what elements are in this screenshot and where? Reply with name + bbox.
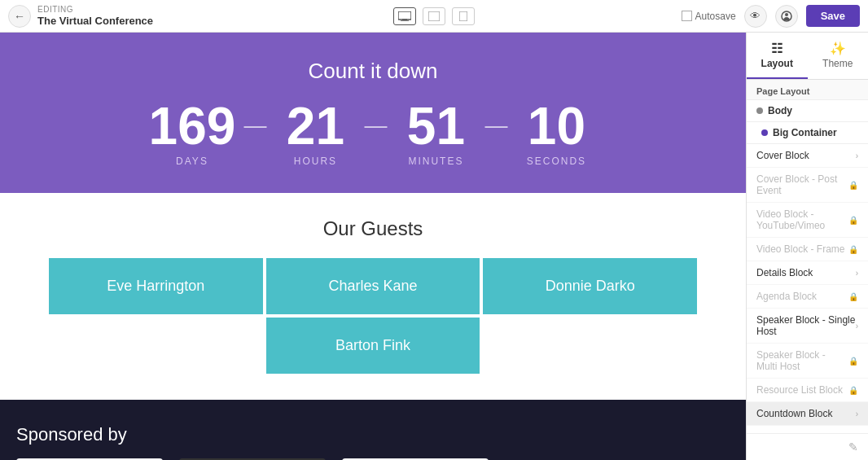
panel-item-resource-list: Resource List Block 🔒 (747, 379, 868, 402)
big-container-section: Big Container (747, 122, 868, 144)
chevron-right-icon: › (856, 269, 858, 278)
days-label: DAYS (149, 156, 236, 167)
topbar-right: Autosave 👁 Save (475, 5, 860, 28)
lock-icon: 🔒 (848, 357, 858, 366)
preview-button[interactable]: 👁 (744, 5, 767, 28)
days-value: 169 (149, 100, 236, 152)
tablet-view-button[interactable] (423, 7, 445, 25)
countdown-block: Count it down 169 DAYS — 21 HOURS — 51 M… (0, 33, 746, 193)
chevron-right-icon: › (856, 410, 858, 418)
panel-tabs: ☷ Layout ✨ Theme (747, 33, 868, 80)
lock-icon: 🔒 (848, 292, 858, 301)
minutes-label: MINUTES (395, 156, 476, 167)
page-title: The Virtual Conference (37, 15, 153, 28)
desktop-view-button[interactable] (393, 7, 416, 25)
panel-item-attendee[interactable]: Attendee Block 1 › (747, 426, 868, 433)
guest-card-donnie[interactable]: Donnie Darko (481, 256, 699, 316)
sponsors-title: Sponsored by (16, 424, 730, 445)
separator-2: — (356, 112, 395, 155)
topbar: ← EDITING The Virtual Conference Autosav… (0, 0, 868, 33)
svg-rect-0 (398, 11, 411, 20)
autosave-toggle[interactable]: Autosave (682, 11, 736, 22)
guest-card-charles[interactable]: Charles Kane (265, 256, 482, 316)
countdown-seconds: 10 SECONDS (515, 100, 597, 167)
save-button[interactable]: Save (806, 5, 860, 27)
svg-rect-3 (428, 11, 440, 21)
sponsors-block: Sponsored by the COOL L... (0, 400, 746, 460)
panel-item-countdown[interactable]: Countdown Block › (747, 402, 868, 426)
page-layout-header: Page Layout (747, 80, 868, 100)
svg-point-6 (785, 13, 788, 16)
countdown-title: Count it down (16, 59, 730, 84)
layout-icon: ☷ (747, 41, 808, 56)
panel-item-agenda: Agenda Block 🔒 (747, 285, 868, 309)
minutes-value: 51 (395, 100, 476, 152)
guest-card-barton[interactable]: Barton Fink (265, 316, 482, 375)
big-container-dot (761, 129, 768, 136)
settings-icon[interactable]: ✎ (848, 440, 858, 453)
main-area: Count it down 169 DAYS — 21 HOURS — 51 M… (0, 33, 868, 460)
seconds-label: SECONDS (515, 156, 597, 167)
countdown-hours: 21 HOURS (274, 100, 356, 167)
guests-block: Our Guests Eve Harrington Charles Kane D… (0, 193, 746, 400)
lock-icon: 🔒 (848, 245, 858, 254)
svg-rect-4 (459, 11, 467, 21)
panel-content: Page Layout Body Big Container Cover Blo… (747, 80, 868, 433)
hours-label: HOURS (274, 156, 356, 167)
editing-label: EDITING (37, 5, 153, 15)
hours-value: 21 (274, 100, 356, 152)
panel-item-video-youtube: Video Block - YouTube/Vimeo 🔒 (747, 203, 868, 238)
topbar-center (393, 7, 475, 25)
seconds-value: 10 (515, 100, 597, 152)
countdown-days: 169 DAYS (149, 100, 236, 167)
countdown-numbers: 169 DAYS — 21 HOURS — 51 MINUTES — (16, 100, 730, 167)
chevron-right-icon: › (856, 151, 858, 160)
separator-1: — (235, 112, 274, 155)
body-dot (756, 107, 763, 114)
panel-item-video-frame: Video Block - Frame 🔒 (747, 238, 868, 261)
canvas: Count it down 169 DAYS — 21 HOURS — 51 M… (0, 33, 746, 460)
guest-card-eve[interactable]: Eve Harrington (47, 256, 265, 316)
tab-layout[interactable]: ☷ Layout (747, 33, 808, 79)
lock-icon: 🔒 (848, 386, 858, 395)
countdown-minutes: 51 MINUTES (395, 100, 476, 167)
guests-row-1: Eve Harrington Charles Kane Donnie Darko (47, 256, 699, 316)
chevron-right-icon: › (856, 322, 858, 331)
panel-item-cover-block[interactable]: Cover Block › (747, 144, 868, 168)
guests-title: Our Guests (16, 217, 730, 240)
guests-grid: Eve Harrington Charles Kane Donnie Darko… (47, 256, 699, 375)
theme-icon: ✨ (808, 41, 869, 56)
topbar-left: ← EDITING The Virtual Conference (8, 5, 393, 28)
panel-item-details[interactable]: Details Block › (747, 261, 868, 285)
lock-icon: 🔒 (848, 216, 858, 225)
back-button[interactable]: ← (8, 5, 31, 28)
right-panel: ☷ Layout ✨ Theme Page Layout Body Big Co… (746, 33, 868, 460)
body-section: Body (747, 100, 868, 122)
panel-item-cover-block-post: Cover Block - Post Event 🔒 (747, 168, 868, 203)
lock-icon: 🔒 (848, 181, 858, 190)
tab-theme[interactable]: ✨ Theme (808, 33, 869, 79)
panel-item-speaker-multi: Speaker Block - Multi Host 🔒 (747, 344, 868, 379)
separator-3: — (476, 112, 515, 155)
guests-row-2: Barton Fink (47, 316, 699, 375)
share-button[interactable] (775, 5, 798, 28)
panel-item-speaker-single[interactable]: Speaker Block - Single Host › (747, 309, 868, 344)
panel-footer: ✎ (747, 433, 868, 460)
mobile-view-button[interactable] (452, 7, 475, 25)
